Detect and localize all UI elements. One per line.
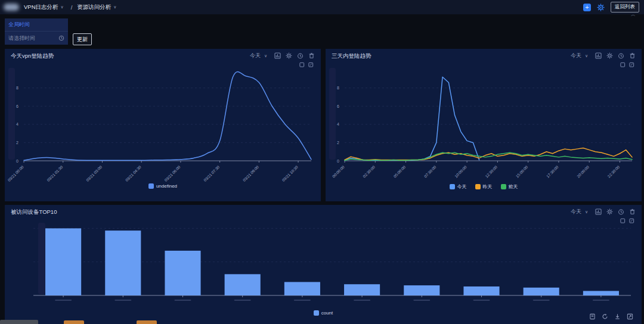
timer-icon[interactable]	[297, 52, 304, 59]
update-button[interactable]: 更新	[73, 33, 92, 45]
chart-legend: undefined	[5, 183, 321, 189]
bar-chart-top10[interactable]	[6, 217, 640, 311]
gear-icon[interactable]	[606, 208, 613, 215]
chart-type-icon[interactable]	[595, 208, 602, 215]
chevron-down-icon: ∨	[264, 54, 267, 58]
y-axis-label: 6	[337, 104, 339, 108]
legend-item[interactable]: 昨天	[475, 183, 493, 190]
line-chart-three-day[interactable]: 0246800:00:0002:30:0005:00:0007:30:0010:…	[327, 61, 640, 185]
y-axis-label: 8	[337, 86, 339, 90]
trash-icon[interactable]	[629, 52, 636, 59]
y-axis-label: 2	[16, 141, 18, 145]
legend-swatch	[148, 183, 154, 189]
time-range-dropdown[interactable]: 今天∨	[250, 52, 270, 60]
gear-icon[interactable]	[286, 52, 292, 59]
global-time-label: 全局时间	[5, 18, 68, 32]
chevron-down-icon[interactable]: ∨	[113, 5, 116, 10]
x-axis-label: 17:30:00	[546, 164, 559, 178]
settings-gear-icon[interactable]	[597, 4, 605, 11]
x-axis-label: 03/21 01:30	[46, 164, 64, 182]
legend-item[interactable]: undefined	[148, 183, 177, 189]
cutoff-button[interactable]	[64, 320, 84, 324]
breadcrumb-item-resource[interactable]: 资源访问分析	[77, 4, 111, 11]
breadcrumb-item-vpn[interactable]: VPN日志分析	[24, 4, 58, 11]
legend-item[interactable]: 前天	[501, 183, 518, 190]
breadcrumb-separator: /	[71, 4, 73, 11]
add-button[interactable]: +	[583, 4, 591, 11]
time-range-dropdown[interactable]: 今天∨	[571, 52, 590, 60]
cutoff-button[interactable]	[0, 320, 38, 324]
datazoom-slider[interactable]	[8, 68, 15, 160]
report-icon[interactable]	[589, 313, 596, 320]
y-axis-label: 2	[337, 141, 339, 145]
legend-item[interactable]: 今天	[450, 183, 467, 190]
y-axis-label: 6	[16, 104, 18, 108]
panel-title: 三天内登陆趋势	[332, 52, 371, 60]
series-undefined	[24, 71, 311, 160]
bar[interactable]	[524, 288, 559, 295]
trash-icon[interactable]	[629, 208, 636, 215]
x-axis-label-illegible	[175, 300, 191, 301]
x-axis-label: 03/21 03:00	[85, 164, 103, 182]
chart-legend: count	[5, 310, 642, 316]
x-axis-label: 22:30:00	[606, 164, 620, 178]
panel-top10-devices: 被访问设备TOP10 今天∨ count	[5, 205, 642, 324]
bar[interactable]	[284, 282, 320, 295]
x-axis-label: 03/21 06:00	[163, 164, 181, 182]
x-axis-label-illegible	[234, 300, 251, 301]
x-axis-label: 12:30:00	[484, 164, 498, 178]
datazoom-slider[interactable]	[329, 68, 336, 160]
timer-icon[interactable]	[618, 52, 624, 59]
series-今天	[345, 77, 479, 160]
series-前天	[345, 152, 632, 160]
chart-legend: 今天昨天前天	[326, 183, 642, 190]
trash-icon[interactable]	[308, 52, 315, 59]
line-chart-today-vpn[interactable]: 0246803/21 00:0003/21 01:3003/21 03:0003…	[6, 61, 320, 185]
x-axis-label: 15:00:00	[515, 164, 529, 178]
panel-today-vpn-trend: 今天vpn登陆趋势 今天∨ 0246803/21 00:0003/21 01:3…	[5, 49, 321, 201]
download-icon[interactable]	[614, 313, 621, 320]
bar[interactable]	[225, 274, 261, 295]
legend-label: 今天	[457, 183, 467, 190]
y-axis-label: 4	[16, 122, 18, 126]
time-range-dropdown[interactable]: 今天∨	[571, 208, 590, 216]
legend-swatch	[450, 184, 455, 189]
chart-type-icon[interactable]	[595, 52, 602, 59]
gear-icon[interactable]	[606, 52, 613, 59]
fullscreen-icon[interactable]	[627, 313, 633, 320]
bar[interactable]	[165, 251, 200, 295]
series-昨天	[345, 148, 632, 160]
y-axis-label: 8	[16, 86, 18, 90]
panel-title: 被访问设备TOP10	[11, 208, 57, 216]
x-axis-label: 10:00:00	[454, 164, 467, 178]
bar[interactable]	[463, 286, 499, 295]
chart-type-icon[interactable]	[274, 52, 281, 59]
timer-icon[interactable]	[618, 208, 624, 215]
clock-icon	[58, 35, 64, 41]
x-axis-label-illegible	[354, 300, 370, 301]
y-axis-label: 4	[337, 122, 339, 126]
bar[interactable]	[583, 291, 619, 295]
bar[interactable]	[105, 230, 141, 295]
time-picker-input[interactable]: 请选择时间	[5, 32, 68, 45]
x-axis-label: 20:00:00	[576, 164, 590, 178]
legend-swatch	[314, 310, 319, 316]
bar[interactable]	[344, 284, 380, 295]
datazoom-slider[interactable]	[38, 223, 45, 294]
legend-label: 昨天	[483, 183, 493, 190]
chevron-down-icon: ∨	[585, 54, 588, 58]
x-axis-label: 07:30:00	[423, 164, 437, 178]
cutoff-button[interactable]	[137, 320, 157, 324]
x-axis-label-illegible	[593, 300, 609, 301]
bar[interactable]	[45, 228, 81, 295]
x-axis-label-illegible	[294, 300, 311, 301]
bar[interactable]	[404, 285, 439, 295]
legend-label: count	[321, 310, 333, 316]
legend-swatch	[475, 184, 481, 189]
collapse-chevron-icon[interactable]: ︿	[631, 11, 636, 18]
refresh-icon[interactable]	[602, 313, 608, 320]
chevron-down-icon[interactable]: ∨	[61, 5, 64, 10]
legend-label: undefined	[156, 183, 177, 189]
legend-item[interactable]: count	[314, 310, 333, 316]
x-axis-label-illegible	[114, 300, 131, 301]
